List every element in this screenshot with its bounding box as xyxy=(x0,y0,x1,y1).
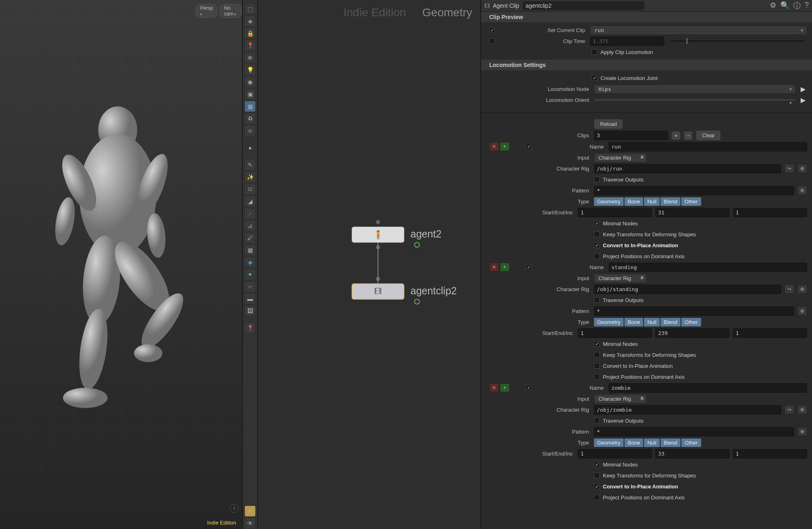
type-toggle[interactable]: Bone xyxy=(624,438,643,447)
clips-count-input[interactable] xyxy=(594,131,668,140)
chooser-icon[interactable]: ⊕ xyxy=(797,307,807,315)
checkbox[interactable] xyxy=(594,374,600,380)
checkbox[interactable] xyxy=(594,297,600,303)
add-row-icon[interactable]: + xyxy=(500,383,510,392)
current-clip-select[interactable]: run xyxy=(590,26,807,35)
type-toggle[interactable]: Geometry xyxy=(594,438,624,447)
checkbox[interactable] xyxy=(594,352,600,358)
locomotion-orient-select[interactable] xyxy=(594,98,796,101)
enable-clip-check[interactable] xyxy=(526,264,531,270)
reload-button[interactable]: Reload xyxy=(594,119,623,129)
checkbox[interactable] xyxy=(594,462,600,467)
pattern-input[interactable] xyxy=(594,186,794,195)
type-toggle[interactable]: Bone xyxy=(624,197,643,206)
camera-menu[interactable]: No cam ▾ xyxy=(220,4,242,18)
tool-icon[interactable]: ⎋ xyxy=(244,125,256,136)
enable-clip-check[interactable] xyxy=(526,385,531,391)
pattern-input[interactable] xyxy=(594,307,794,316)
dot-icon[interactable]: ● xyxy=(244,142,256,153)
chooser-icon[interactable]: ⊕ xyxy=(797,285,807,294)
chooser-icon[interactable]: ⊕ xyxy=(797,405,807,414)
viewport[interactable]: Persp ▾ No cam ▾ xyxy=(0,0,243,529)
checkbox[interactable] xyxy=(594,341,600,347)
checker-icon[interactable]: ▦ xyxy=(244,244,256,256)
wand-icon[interactable]: ✨ xyxy=(244,171,256,183)
inc-input[interactable] xyxy=(733,328,807,338)
checkbox[interactable] xyxy=(594,253,600,259)
tool-icon[interactable]: 12 xyxy=(244,184,256,195)
add-row-icon[interactable]: + xyxy=(500,142,510,151)
tool-icon[interactable]: ◢ xyxy=(244,196,256,207)
jump-icon[interactable]: ▶ xyxy=(799,96,807,104)
node-input-connector[interactable] xyxy=(376,220,380,224)
enable-clip-check[interactable] xyxy=(526,144,531,149)
tool-icon[interactable]: ▬ xyxy=(244,293,256,304)
checkbox[interactable] xyxy=(594,220,600,226)
tool-icon[interactable]: ◈ xyxy=(244,15,256,27)
tool-icon[interactable]: ⟋ xyxy=(244,208,256,219)
display-flag-icon[interactable] xyxy=(414,299,420,304)
clip-time-input[interactable] xyxy=(590,37,664,46)
start-input[interactable] xyxy=(578,208,652,217)
delete-row-icon[interactable]: ✕ xyxy=(489,142,499,151)
light-icon[interactable]: 💡 xyxy=(244,64,256,76)
type-toggle[interactable]: Null xyxy=(644,318,659,326)
tool-icon[interactable]: ↔ xyxy=(244,281,256,292)
diamond-icon[interactable]: ◈ xyxy=(244,257,256,268)
type-toggle[interactable]: Blend xyxy=(661,197,680,206)
clip-time-slider[interactable] xyxy=(671,40,804,42)
clear-button[interactable]: Clear xyxy=(696,130,721,140)
lock-icon[interactable]: 🔒 xyxy=(244,28,256,39)
chooser-icon[interactable]: ⊕ xyxy=(797,164,807,173)
tool-icon[interactable]: ⊕ xyxy=(244,52,256,63)
remove-clip-button[interactable]: − xyxy=(684,131,693,140)
section-clip-preview[interactable]: Clip Preview xyxy=(481,12,812,22)
char-rig-input[interactable] xyxy=(594,285,781,294)
checkbox[interactable] xyxy=(594,484,600,489)
info-icon[interactable]: ⓘ xyxy=(793,1,801,11)
chooser-icon[interactable]: ⊕ xyxy=(797,427,807,436)
input-select[interactable]: Character Rig ⇅ xyxy=(594,153,647,162)
network-view[interactable]: Indie Edition Geometry 🧍 agent2 🎞 agentc… xyxy=(258,0,481,529)
tool-icon[interactable]: ⊿ xyxy=(244,220,256,231)
pin-icon[interactable]: 📍 xyxy=(244,40,256,51)
input-select[interactable]: Character Rig ⇅ xyxy=(594,274,647,283)
delete-row-icon[interactable]: ✕ xyxy=(489,263,499,272)
tool-icon[interactable]: ⬚ xyxy=(244,3,256,15)
gear-icon[interactable]: ⚙ xyxy=(770,1,776,11)
jump-icon[interactable]: ↪ xyxy=(784,405,794,414)
set-current-clip-check[interactable] xyxy=(489,27,495,33)
recycle-icon[interactable]: ♻ xyxy=(244,113,256,124)
type-toggle[interactable]: Geometry xyxy=(594,318,624,326)
type-toggle[interactable]: Other xyxy=(681,438,701,447)
checkbox[interactable] xyxy=(594,177,600,182)
type-toggle[interactable]: Null xyxy=(644,438,659,447)
end-input[interactable] xyxy=(655,449,730,458)
type-toggle[interactable]: Geometry xyxy=(594,197,624,206)
node-name-input[interactable] xyxy=(523,1,644,10)
end-input[interactable] xyxy=(655,208,730,217)
checkbox[interactable] xyxy=(594,473,600,478)
end-input[interactable] xyxy=(655,328,730,338)
type-toggle[interactable]: Blend xyxy=(661,318,680,326)
search-icon[interactable]: 🔍 xyxy=(780,1,789,11)
display-flag-icon[interactable] xyxy=(414,242,420,248)
delete-row-icon[interactable]: ✕ xyxy=(489,383,499,392)
node-agentclip2[interactable]: 🎞 agentclip2 xyxy=(352,283,404,300)
create-joint-check[interactable] xyxy=(592,75,597,81)
marker-icon[interactable]: 📍 xyxy=(244,322,256,334)
checkbox[interactable] xyxy=(594,242,600,248)
tool-icon[interactable]: ▦ xyxy=(244,101,256,112)
node-agent2[interactable]: 🧍 agent2 xyxy=(352,227,404,243)
pen-icon[interactable]: 🖊 xyxy=(244,232,256,244)
apply-locomotion-check[interactable] xyxy=(592,49,597,55)
add-clip-button[interactable]: + xyxy=(672,131,680,140)
jump-icon[interactable]: ↪ xyxy=(784,285,794,294)
jump-icon[interactable]: ▶ xyxy=(799,85,807,93)
tool-icon[interactable]: ✦ xyxy=(244,269,256,280)
pattern-input[interactable] xyxy=(594,427,794,436)
eye-icon[interactable]: 👁 xyxy=(244,518,256,529)
clip-name-input[interactable] xyxy=(609,383,807,393)
type-toggle[interactable]: Other xyxy=(681,318,701,326)
tool-icon[interactable]: ▣ xyxy=(244,89,256,100)
